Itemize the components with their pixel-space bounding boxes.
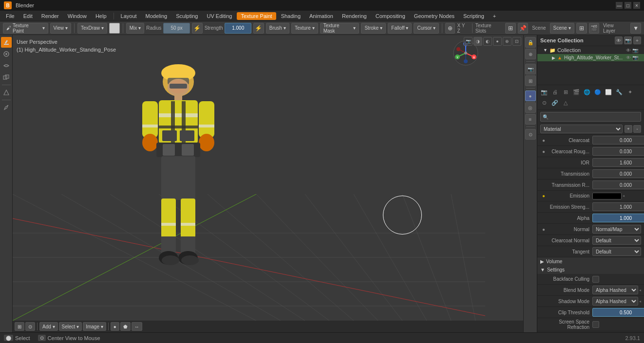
editor-type-button[interactable]: ⊞	[505, 23, 516, 34]
viewport-face-select[interactable]: ⬟	[120, 322, 131, 331]
annotate-tool-button[interactable]	[1, 102, 12, 113]
stroke-options[interactable]: Stroke ▾	[361, 23, 386, 34]
workspace-add[interactable]: +	[489, 12, 500, 20]
workspace-animation[interactable]: Animation	[305, 12, 337, 20]
blend-mode-selector[interactable]: Mix ▾	[126, 23, 145, 34]
texture-mask-tool-button[interactable]	[1, 87, 12, 98]
transmission-input[interactable]	[592, 169, 644, 178]
workspace-texture-paint[interactable]: Texture Paint	[237, 12, 276, 20]
viewport-xray-icon[interactable]: ⊡	[512, 37, 521, 46]
camera-view-button[interactable]: 📷	[525, 64, 536, 74]
scene-props-icon[interactable]: 🎬	[571, 87, 581, 97]
scene-render-icon[interactable]: 📷	[624, 36, 632, 44]
tangent-select[interactable]: Default	[592, 247, 641, 256]
workspace-geometry-nodes[interactable]: Geometry Nodes	[410, 12, 458, 20]
viewport-perspective-button[interactable]: ⊙	[25, 322, 35, 331]
render-props-icon[interactable]: 📷	[539, 87, 549, 97]
brush-options[interactable]: Brush ▾	[266, 23, 289, 34]
snap-button[interactable]: ⊙	[525, 129, 536, 140]
viewport-camera-icon[interactable]: 📷	[464, 37, 473, 46]
clone-tool-button[interactable]	[1, 72, 12, 83]
radius-field[interactable]: 50 px	[163, 23, 190, 34]
material-props-icon[interactable]: 🔵	[593, 87, 603, 97]
view-layer-props-icon[interactable]: ⊞	[561, 87, 570, 97]
cursor-options[interactable]: Cursor ▾	[414, 23, 439, 34]
viewport-shading-rendered-icon[interactable]: ●	[493, 37, 502, 46]
normal-select[interactable]: Normal/Map	[592, 225, 641, 234]
collection-render-icon[interactable]: 📷	[632, 48, 638, 53]
maximize-button[interactable]: □	[625, 2, 631, 9]
shadow-mode-select[interactable]: Alpha Hashed	[592, 297, 638, 306]
color-swatch[interactable]	[109, 23, 120, 34]
clip-threshold-input[interactable]	[592, 308, 644, 317]
viewport-options-button[interactable]: ⊕	[445, 23, 455, 34]
close-button[interactable]: ×	[633, 2, 640, 9]
transform-options-button[interactable]: ⊞	[525, 75, 536, 86]
strength-field[interactable]: 1.000	[225, 23, 251, 34]
scene-eye-icon[interactable]: 👁	[615, 36, 623, 44]
settings-section-header[interactable]: ▼ Settings	[537, 266, 644, 274]
clearcoat-input[interactable]	[592, 136, 644, 144]
emission-strength-input[interactable]	[592, 202, 644, 211]
menu-render[interactable]: Render	[38, 12, 63, 20]
menu-file[interactable]: File	[2, 12, 19, 20]
constraints-props-icon[interactable]: 🔗	[550, 98, 560, 108]
viewport-shading-material-icon[interactable]: ◐	[483, 37, 492, 46]
ssr-checkbox[interactable]	[592, 321, 599, 328]
viewport-shading-solid-icon[interactable]: ◑	[474, 37, 482, 46]
render-engine-button[interactable]: 🎬	[589, 23, 600, 34]
collection-item-root[interactable]: ▼ 📁 Collection 👁 📷	[537, 46, 644, 54]
modifier-props-icon[interactable]: 🔧	[614, 87, 624, 97]
viewport-paint-options[interactable]: ●	[111, 322, 119, 331]
viewport-mode-button[interactable]: ↔	[132, 322, 142, 331]
volume-section-header[interactable]: ▶ Volume	[537, 257, 644, 266]
mode-selector[interactable]: 🖌 Texture Paint ▾	[3, 23, 48, 34]
menu-window[interactable]: Window	[64, 12, 91, 20]
lock-scene-button[interactable]: 🔒	[525, 37, 536, 48]
viewport-overlay-icon[interactable]: ⊕	[503, 37, 511, 46]
filter-button[interactable]: ▼	[630, 23, 641, 34]
scene-add-icon[interactable]: +	[633, 36, 641, 44]
material-dropdown[interactable]: Material	[540, 125, 623, 133]
object-props-icon[interactable]: ⬜	[604, 87, 613, 97]
window-controls[interactable]: — □ ×	[616, 2, 640, 9]
smear-tool-button[interactable]	[1, 60, 12, 71]
emission-color-swatch[interactable]	[592, 193, 622, 199]
texture-mask-options[interactable]: Texture Mask ▾	[320, 23, 360, 34]
strength-options-button[interactable]: ⚡	[253, 23, 264, 34]
workspace-layout[interactable]: Layout	[117, 12, 141, 20]
blend-mode-select[interactable]: Alpha Hashed	[592, 286, 638, 294]
radius-options-button[interactable]: ⚡	[192, 23, 203, 34]
pin-button[interactable]: 📌	[518, 23, 529, 34]
workspace-compositing[interactable]: Compositing	[372, 12, 409, 20]
world-props-icon[interactable]: 🌐	[582, 87, 592, 97]
ior-input[interactable]	[592, 158, 644, 167]
data-props-icon[interactable]: △	[561, 98, 570, 108]
clearcoat-roughness-input[interactable]	[592, 147, 644, 156]
worker-eye-icon[interactable]: 👁	[626, 55, 631, 60]
falloff-options[interactable]: Falloff ▾	[388, 23, 412, 34]
clearcoat-normal-select[interactable]: Default	[592, 236, 641, 245]
viewport[interactable]: User Perspective (1) High_Altitude_Worke…	[13, 35, 523, 332]
shading-type-button[interactable]: ●	[525, 90, 536, 101]
overlay-type-button[interactable]: ◎	[525, 102, 536, 113]
alpha-input[interactable]	[592, 214, 644, 222]
scene-options-button[interactable]: ⊞	[576, 23, 587, 34]
viewport-select-menu[interactable]: Select ▾	[59, 322, 82, 331]
draw-tool-button[interactable]	[1, 37, 12, 48]
output-props-icon[interactable]: 🖨	[550, 87, 560, 97]
workspace-shading[interactable]: Shading	[277, 12, 304, 20]
collection-eye-icon[interactable]: 👁	[626, 48, 631, 53]
scene-selector[interactable]: Scene ▾	[550, 23, 574, 34]
workspace-scripting[interactable]: Scripting	[459, 12, 488, 20]
texture-options[interactable]: Texture ▾	[291, 23, 318, 34]
viewport-editor-type-button[interactable]: ⊞	[15, 322, 24, 331]
menu-help[interactable]: Help	[92, 12, 111, 20]
transmission-r-input[interactable]	[592, 181, 644, 189]
physics-props-icon[interactable]: ⊙	[539, 98, 549, 108]
backface-culling-checkbox[interactable]	[592, 276, 599, 283]
property-search-input[interactable]	[540, 112, 641, 122]
menu-edit[interactable]: Edit	[19, 12, 37, 20]
workspace-rendering[interactable]: Rendering	[338, 12, 371, 20]
fill-tool-button[interactable]	[1, 49, 12, 59]
